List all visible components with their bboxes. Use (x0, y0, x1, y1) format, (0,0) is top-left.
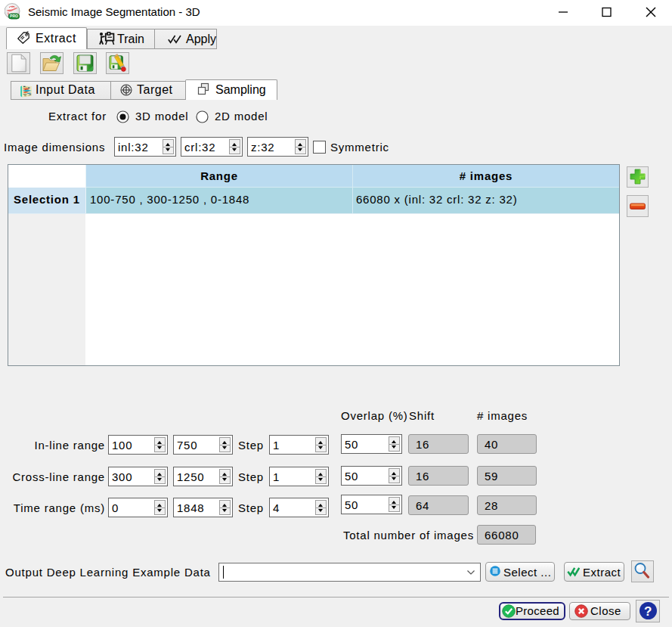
svg-text:PRO: PRO (10, 14, 18, 18)
svg-text:?: ? (644, 604, 652, 619)
